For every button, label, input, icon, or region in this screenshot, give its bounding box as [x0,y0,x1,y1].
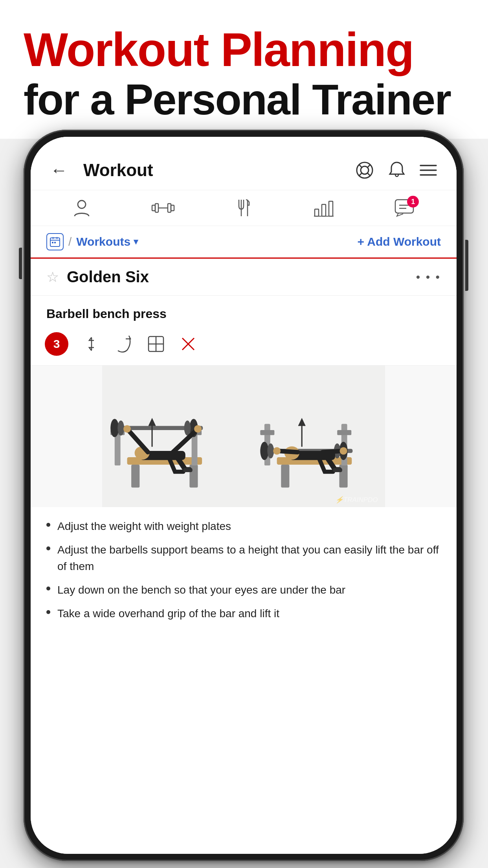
svg-line-3 [368,165,371,167]
remove-exercise-icon[interactable] [179,335,197,353]
exercise-image: ⚡TRAINPDO [31,366,457,507]
exercise-card-header: Barbell bench press [31,296,457,327]
bullet-icon [46,610,50,614]
phone-mockup: ← Workout [24,130,464,861]
svg-point-1 [361,166,369,174]
breadcrumb-slash: / [68,235,72,248]
bell-icon[interactable] [388,161,405,180]
breadcrumb-bar: / Workouts ▾ + Add Workout [31,226,457,259]
exercise-card: Barbell bench press 3 [31,296,457,366]
help-icon[interactable] [355,161,374,180]
breadcrumb-left: / Workouts ▾ [46,233,138,250]
phone-outer: ← Workout [24,130,464,861]
nav-left: ← Workout [50,160,153,180]
bullet-icon [46,546,50,550]
svg-rect-28 [52,242,53,243]
tab-bar: 1 [31,190,457,226]
instruction-text-4: Take a wide overhand grip of the bar and… [57,605,279,622]
svg-point-9 [78,200,86,208]
svg-rect-17 [315,209,319,216]
workout-header-left: ☆ Golden Six [46,268,149,286]
app-screen: ← Workout [31,137,457,854]
workout-header: ☆ Golden Six • • • [31,259,457,296]
instruction-item-2: Adjust the barbells support beams to a h… [46,542,441,575]
workout-name: Golden Six [67,268,149,286]
svg-point-53 [194,425,202,432]
svg-point-45 [110,419,119,438]
svg-text:⚡TRAINPDO: ⚡TRAINPDO [334,496,378,504]
menu-icon[interactable] [420,164,437,177]
svg-point-71 [340,447,347,455]
more-options-icon[interactable]: • • • [416,270,441,284]
svg-rect-61 [337,430,351,435]
calendar-icon[interactable] [46,233,64,250]
favorite-star-icon[interactable]: ☆ [46,269,59,285]
phone-screen: ← Workout [31,137,457,854]
svg-point-64 [267,443,274,458]
grid-icon[interactable] [147,335,165,353]
svg-rect-19 [329,201,333,216]
exercise-name: Barbell bench press [46,307,167,321]
bullet-icon [46,523,50,527]
exercise-controls: 3 [31,327,457,365]
top-nav: ← Workout [31,137,457,190]
svg-rect-56 [281,465,289,487]
tab-profile[interactable] [73,199,90,217]
svg-line-2 [359,165,362,167]
sets-badge[interactable]: 3 [45,332,68,356]
header-title-red: Workout Planning [24,24,464,75]
svg-rect-29 [54,242,56,243]
instruction-text-1: Adjust the weight with weight plates [57,518,231,535]
tab-nutrition[interactable] [236,198,253,218]
header-title-black: for a Personal Trainer [24,75,464,123]
bullet-icon [46,587,50,590]
dropdown-arrow-icon: ▾ [134,237,138,247]
tab-workouts[interactable] [151,200,175,215]
svg-point-52 [123,425,131,432]
tab-stats[interactable] [314,199,334,217]
instruction-text-3: Lay down on the bench so that your eyes … [57,582,345,598]
power-button [465,240,468,291]
tab-messages[interactable]: 1 [394,199,414,217]
svg-rect-68 [333,468,342,472]
nav-right [355,161,437,180]
svg-rect-50 [183,468,192,472]
back-button[interactable]: ← [50,162,68,179]
volume-button [19,248,22,279]
svg-rect-18 [322,204,326,216]
add-workout-button[interactable]: + Add Workout [358,235,441,248]
instruction-item-3: Lay down on the bench so that your eyes … [46,582,441,598]
svg-point-46 [117,421,124,436]
svg-rect-12 [155,204,158,212]
svg-rect-13 [168,204,171,212]
instruction-item-4: Take a wide overhand grip of the bar and… [46,605,441,622]
instruction-item-1: Adjust the weight with weight plates [46,518,441,535]
svg-line-4 [359,173,362,176]
svg-rect-59 [260,430,274,435]
nav-title: Workout [83,160,153,180]
header-section: Workout Planning for a Personal Trainer [0,0,488,139]
breadcrumb-workouts-link[interactable]: Workouts ▾ [76,235,138,248]
svg-rect-38 [131,465,139,487]
instructions-section: Adjust the weight with weight plates Adj… [31,507,457,640]
messages-badge: 1 [407,196,419,208]
svg-point-70 [273,447,281,455]
reorder-icon[interactable] [83,335,101,353]
repeat-icon[interactable] [115,335,133,353]
page-background: Workout Planning for a Personal Trainer … [0,0,488,868]
instruction-text-2: Adjust the barbells support beams to a h… [57,542,441,575]
svg-line-5 [368,173,371,176]
